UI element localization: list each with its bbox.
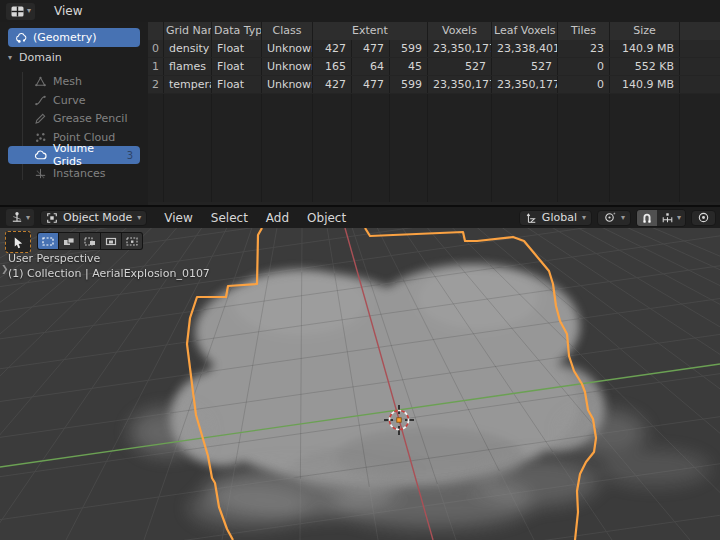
viewport-menu-add[interactable]: Add [257,211,298,225]
header-tiles[interactable]: Tiles [558,22,610,40]
pivot-icon [603,211,616,224]
dataset-geometry-button[interactable]: (Geometry) [8,28,140,47]
table-header-row: Grid Name Data Type Class Extent Voxels … [148,22,720,40]
cell-voxels: 527 [428,58,492,75]
sidebar-item-label: Instances [53,167,106,180]
viewport-menu-select[interactable]: Select [202,211,257,225]
header-extent[interactable]: Extent [313,22,428,40]
cell-leaf-voxels: 23,338,401 [492,40,558,57]
blender-window: ▾ View (Geometry) ▾ Domain Mesh [0,0,720,540]
cell-extent-y: 64 [352,58,390,75]
viewport-header: ▾ Object Mode ▾ View Select Add Object G… [0,207,720,228]
header-spacer [680,22,720,40]
spreadsheet-header: ▾ View [0,0,720,23]
chevron-down-icon: ▾ [677,214,681,222]
select-mode-invert[interactable] [101,233,121,249]
header-index [148,22,164,40]
table-row[interactable]: 2 temperature Float Unknown 427 477 599 … [148,76,720,94]
view-perspective-label: User Perspective [8,252,100,265]
mesh-icon [34,75,47,88]
viewport-editor-type-button[interactable]: ▾ [6,209,34,226]
toolbar-toggle-arrow[interactable]: ❯ [1,264,9,274]
select-mode-group [37,232,143,250]
cell-extent-x: 165 [313,58,352,75]
table-row[interactable]: 1 flames Float Unknown 165 64 45 527 527… [148,58,720,76]
header-voxels[interactable]: Voxels [428,22,492,40]
cell-leaf-voxels: 23,350,177 [492,76,558,93]
domain-tree-toggle[interactable]: ▾ Domain [8,51,62,64]
instances-icon [34,167,47,180]
curve-icon [34,94,47,107]
spreadsheet-editor: ▾ View (Geometry) ▾ Domain Mesh [0,0,720,205]
mode-selector[interactable]: Object Mode ▾ [40,210,147,226]
cell-tiles: 0 [558,58,610,75]
object-mode-icon [46,212,58,224]
header-leaf-voxels[interactable]: Leaf Voxels [492,22,558,40]
snap-settings-button[interactable]: ▾ [657,210,685,226]
transform-orientation-selector[interactable]: Global ▾ [519,210,592,226]
cell-size: 140.9 MB [610,76,680,93]
grease-pencil-icon [34,112,47,125]
viewport-3d-icon [10,211,24,224]
sidebar-item-label: Grease Pencil [53,112,127,125]
cell-voxels: 23,350,177 [428,76,492,93]
cursor-arrow-icon [12,236,24,249]
viewport-menu-view[interactable]: View [155,211,201,225]
proportional-editing-button[interactable] [691,210,716,226]
volume-grids-table: Grid Name Data Type Class Extent Voxels … [148,22,720,205]
cell-tiles: 0 [558,76,610,93]
cell-data-type: Float [212,40,262,57]
domain-label: Domain [19,51,62,64]
active-tool-select-box[interactable] [5,231,31,253]
object-origin-dot [397,418,401,422]
table-row[interactable]: 0 density Float Unknown 427 477 599 23,3… [148,40,720,58]
row-index: 0 [148,40,164,57]
row-index: 2 [148,76,164,93]
point-cloud-icon [34,131,47,144]
cell-extent-z: 45 [390,58,428,75]
header-size[interactable]: Size [610,22,680,40]
spreadsheet-menu-view[interactable]: View [45,4,91,18]
header-class[interactable]: Class [262,22,313,40]
sidebar-item-volume-grids[interactable]: Volume Grids 3 [8,146,140,164]
sidebar-item-instances[interactable]: Instances [8,164,140,182]
spreadsheet-sidebar: (Geometry) ▾ Domain Mesh Curve [0,22,148,205]
orientation-label: Global [542,211,577,224]
orientation-axes-icon [525,212,537,224]
chevron-down-icon: ▾ [26,214,30,222]
sidebar-item-curve[interactable]: Curve [8,91,140,109]
header-data-type[interactable]: Data Type [212,22,262,40]
sidebar-item-label: Curve [53,94,85,107]
volume-grids-icon [34,149,47,162]
select-mode-set[interactable] [38,233,58,249]
cell-class: Unknown [262,76,313,93]
dataset-geometry-label: (Geometry) [33,31,96,44]
snap-toggle-button[interactable] [637,210,657,226]
cell-grid-name: flames [164,58,212,75]
cell-data-type: Float [212,58,262,75]
cell-data-type: Float [212,76,262,93]
cell-extent-x: 427 [313,76,352,93]
editor-type-button[interactable]: ▾ [6,3,35,20]
cell-tiles: 23 [558,40,610,57]
cell-spacer [680,76,720,93]
cell-extent-y: 477 [352,40,390,57]
cell-class: Unknown [262,40,313,57]
chevron-down-icon: ▾ [582,214,586,222]
sidebar-item-grease-pencil[interactable]: Grease Pencil [8,109,140,127]
viewport-menu-object[interactable]: Object [298,211,355,225]
mode-label: Object Mode [63,211,132,224]
select-mode-extend[interactable] [59,233,79,249]
select-mode-intersect[interactable] [122,233,142,249]
cell-extent-z: 599 [390,76,428,93]
cell-extent-x: 427 [313,40,352,57]
magnet-icon [641,212,653,224]
select-mode-subtract[interactable] [80,233,100,249]
pivot-point-selector[interactable]: ▾ [597,210,631,226]
snap-increment-icon [661,212,674,224]
chevron-down-icon: ▾ [27,7,31,15]
proportional-editing-icon [697,211,710,224]
header-grid-name[interactable]: Grid Name [164,22,212,40]
chevron-down-icon: ▾ [621,214,625,222]
sidebar-item-mesh[interactable]: Mesh [8,72,140,90]
